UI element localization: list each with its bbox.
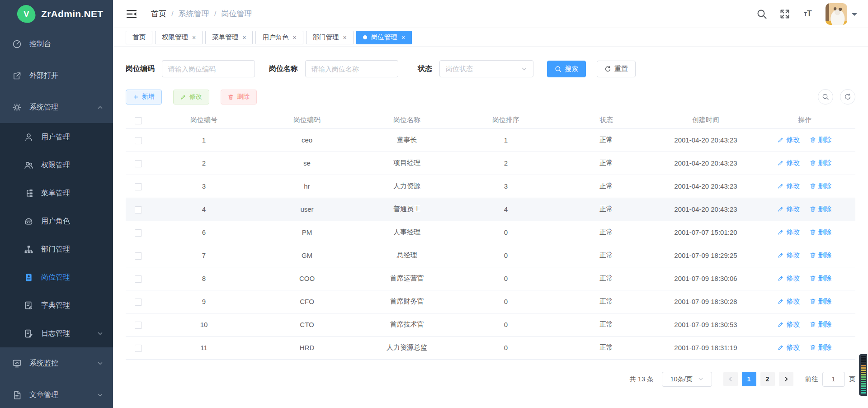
sidebar-item-system-management[interactable]: 系统管理	[0, 91, 113, 123]
tab-permission-management[interactable]: 权限管理 ×	[155, 31, 203, 44]
select-all-checkbox[interactable]	[135, 117, 142, 124]
row-checkbox[interactable]	[135, 252, 142, 260]
tab-home[interactable]: 首页	[126, 31, 152, 44]
toggle-search-button[interactable]	[818, 89, 833, 104]
page-button-2[interactable]: 2	[760, 372, 775, 386]
sidebar-item-external-open[interactable]: 外部打开	[0, 60, 113, 91]
row-delete-button[interactable]: 删除	[810, 159, 832, 167]
row-edit-button[interactable]: 修改	[778, 251, 800, 260]
add-button[interactable]: 新增	[126, 90, 162, 104]
prev-page-button[interactable]	[723, 372, 738, 386]
edit-button[interactable]: 修改	[173, 90, 209, 104]
post-code-input[interactable]	[162, 60, 255, 77]
page-button-1[interactable]: 1	[742, 372, 756, 386]
row-checkbox[interactable]	[135, 299, 142, 306]
column-header: 操作	[754, 112, 855, 128]
row-checkbox[interactable]	[135, 160, 142, 167]
tab-dept-management[interactable]: 部门管理 ×	[306, 31, 354, 44]
breadcrumb-item[interactable]: 首页	[151, 9, 166, 19]
edit-icon	[778, 206, 784, 212]
chevron-down-icon[interactable]	[852, 13, 857, 19]
trash-icon	[810, 137, 816, 143]
row-checkbox[interactable]	[135, 183, 142, 190]
row-edit-button[interactable]: 修改	[778, 228, 800, 237]
row-edit-button[interactable]: 修改	[778, 343, 800, 352]
row-edit-button[interactable]: 修改	[778, 274, 800, 283]
sidebar-item-menu-management[interactable]: 菜单管理	[0, 179, 113, 207]
goto-page-input[interactable]	[822, 372, 845, 387]
row-delete-button[interactable]: 删除	[810, 228, 832, 237]
search-icon[interactable]	[756, 9, 767, 19]
row-delete-button[interactable]: 删除	[810, 182, 832, 190]
sidebar-item-log-management[interactable]: 日志管理	[0, 319, 113, 347]
row-checkbox[interactable]	[135, 206, 142, 213]
trash-icon	[810, 206, 816, 212]
posts-table: 岗位编号岗位编码岗位名称岗位排序状态创建时间操作 1 ceo 董事长 1 正常 …	[126, 112, 855, 360]
cell-status: 正常	[555, 221, 657, 244]
row-delete-button[interactable]: 删除	[810, 205, 832, 213]
row-delete-button[interactable]: 删除	[810, 136, 832, 144]
main-area: 首页/系统管理/岗位管理 TT 首页 权限管理 ×	[113, 0, 868, 408]
sidebar-item-label: 权限管理	[41, 161, 70, 170]
row-delete-button[interactable]: 删除	[810, 343, 832, 352]
row-edit-button[interactable]: 修改	[778, 159, 800, 167]
row-edit-button[interactable]: 修改	[778, 136, 800, 144]
sidebar-item-dict-management[interactable]: 字典管理	[0, 291, 113, 319]
cell-post-sort: 2	[457, 152, 555, 175]
page-size-select[interactable]: 10条/页	[662, 372, 712, 387]
sidebar-item-user-management[interactable]: 用户管理	[0, 123, 113, 151]
row-edit-button[interactable]: 修改	[778, 320, 800, 329]
menu-collapse-icon[interactable]	[126, 8, 137, 20]
cell-post-code: HRD	[257, 336, 357, 359]
close-icon[interactable]: ×	[292, 34, 296, 41]
sidebar-item-article-management[interactable]: 文章管理	[0, 379, 113, 408]
cell-post-name: 人力资源	[357, 175, 457, 198]
edit-icon	[778, 137, 784, 143]
row-checkbox[interactable]	[135, 275, 142, 283]
cell-post-code: hr	[257, 175, 357, 198]
row-edit-button[interactable]: 修改	[778, 297, 800, 306]
row-edit-button[interactable]: 修改	[778, 182, 800, 190]
row-delete-button[interactable]: 删除	[810, 297, 832, 306]
close-icon[interactable]: ×	[192, 34, 196, 41]
cell-created-time: 2001-07-09 18:29:25	[657, 244, 754, 267]
user-avatar[interactable]	[826, 3, 847, 25]
row-delete-button[interactable]: 删除	[810, 274, 832, 283]
reset-button[interactable]: 重置	[597, 61, 636, 77]
row-delete-button[interactable]: 删除	[810, 320, 832, 329]
app-title: ZrAdmin.NET	[41, 9, 103, 19]
fullscreen-icon[interactable]	[779, 9, 790, 19]
close-icon[interactable]: ×	[401, 34, 405, 41]
close-icon[interactable]: ×	[343, 34, 347, 41]
tab-menu-management[interactable]: 菜单管理 ×	[205, 31, 253, 44]
cell-status: 正常	[555, 267, 657, 290]
log-icon	[24, 329, 33, 338]
sidebar-item-system-monitor[interactable]: 系统监控	[0, 347, 113, 379]
breadcrumb-item: 岗位管理	[221, 9, 252, 19]
font-size-icon[interactable]: TT	[802, 9, 813, 19]
edit-icon	[778, 160, 784, 166]
row-edit-button[interactable]: 修改	[778, 205, 800, 213]
sidebar-item-dashboard[interactable]: 控制台	[0, 28, 113, 60]
sidebar-item-dept-management[interactable]: 部门管理	[0, 235, 113, 263]
sidebar-item-user-role[interactable]: 用户角色	[0, 207, 113, 235]
table-row: 6 PM 人事经理 0 正常 2001-07-07 15:01:20 修改 删除	[126, 221, 855, 244]
row-checkbox[interactable]	[135, 345, 142, 352]
row-checkbox[interactable]	[135, 229, 142, 237]
delete-button[interactable]: 删除	[221, 90, 257, 104]
status-select[interactable]: 岗位状态	[439, 60, 533, 77]
close-icon[interactable]: ×	[242, 34, 246, 41]
tab-user-role[interactable]: 用户角色 ×	[255, 31, 303, 44]
column-header: 岗位编号	[151, 112, 257, 128]
sidebar-item-permission-management[interactable]: 权限管理	[0, 151, 113, 179]
search-button[interactable]: 搜索	[547, 61, 586, 77]
row-checkbox[interactable]	[135, 137, 142, 144]
page-buttons: 12	[738, 372, 775, 386]
refresh-table-button[interactable]	[840, 89, 855, 104]
sidebar-item-post-management[interactable]: 岗位管理	[0, 263, 113, 291]
row-checkbox[interactable]	[135, 322, 142, 329]
next-page-button[interactable]	[779, 372, 793, 386]
row-delete-button[interactable]: 删除	[810, 251, 832, 260]
tab-post-management[interactable]: 岗位管理 ×	[356, 31, 412, 44]
post-name-input[interactable]	[305, 60, 398, 77]
